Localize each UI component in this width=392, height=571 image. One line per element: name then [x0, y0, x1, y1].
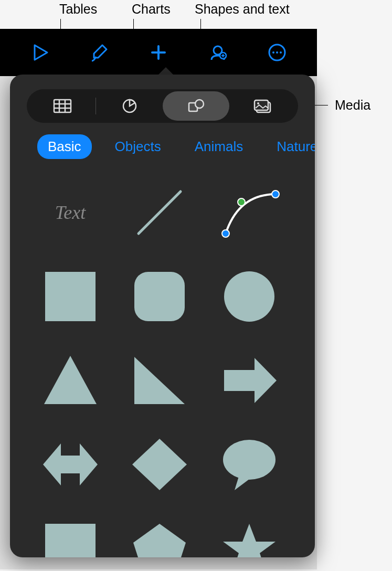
segment-media[interactable] [229, 91, 296, 121]
text-shape-label: Text [55, 202, 86, 224]
shape-speech-bubble[interactable] [215, 433, 283, 496]
insert-button[interactable] [147, 41, 169, 64]
insert-type-segments [27, 89, 298, 123]
shape-double-arrow[interactable] [36, 433, 104, 496]
svg-marker-34 [43, 443, 98, 485]
shape-square[interactable] [36, 265, 104, 328]
shapes-icon [186, 98, 207, 114]
svg-marker-35 [132, 439, 187, 490]
segment-charts[interactable] [96, 91, 163, 121]
category-animals[interactable]: Animals [184, 134, 253, 159]
shape-circle[interactable] [215, 265, 283, 328]
more-button[interactable] [266, 41, 288, 64]
svg-rect-28 [45, 272, 96, 321]
shape-diamond[interactable] [125, 433, 194, 496]
svg-point-30 [224, 271, 274, 322]
svg-point-18 [195, 100, 204, 108]
svg-marker-40 [133, 524, 186, 557]
play-button[interactable] [29, 41, 51, 64]
svg-point-21 [257, 102, 259, 104]
svg-marker-37 [235, 477, 251, 490]
svg-point-10 [280, 51, 282, 54]
svg-line-24 [139, 192, 181, 234]
svg-point-8 [272, 51, 274, 54]
svg-point-9 [276, 51, 278, 54]
svg-rect-29 [134, 272, 185, 321]
collaborate-button[interactable] [207, 41, 229, 64]
callout-shapes-text: Shapes and text [195, 2, 290, 17]
svg-rect-11 [54, 100, 71, 112]
chart-icon [119, 98, 140, 114]
svg-point-25 [222, 230, 229, 237]
shape-arrow-right[interactable] [215, 349, 283, 412]
shape-pentagon[interactable] [125, 517, 194, 557]
shape-text[interactable]: Text [36, 181, 104, 244]
shape-star[interactable] [215, 517, 283, 557]
shapes-grid: Text [10, 168, 315, 557]
callout-tables: Tables [59, 2, 97, 17]
callout-media: Media [335, 98, 370, 113]
media-icon [252, 98, 273, 114]
svg-marker-31 [44, 356, 97, 404]
category-nature[interactable]: Nature [266, 134, 315, 159]
shape-line[interactable] [125, 181, 194, 244]
shape-rounded-square[interactable] [125, 265, 194, 328]
svg-marker-33 [224, 358, 277, 403]
category-objects[interactable]: Objects [104, 134, 172, 159]
shape-triangle[interactable] [36, 349, 104, 412]
callout-charts: Charts [132, 2, 171, 17]
svg-marker-41 [223, 524, 276, 557]
svg-marker-0 [35, 45, 47, 60]
shape-rect-callout[interactable] [36, 517, 104, 557]
svg-point-26 [238, 198, 245, 206]
segment-tables[interactable] [29, 91, 96, 121]
shape-curve[interactable] [215, 181, 283, 244]
insert-popover: Basic Objects Animals Nature Text [10, 75, 315, 557]
shape-right-triangle[interactable] [125, 349, 194, 412]
table-icon [52, 98, 73, 114]
category-basic[interactable]: Basic [37, 134, 92, 159]
svg-rect-38 [45, 524, 96, 557]
svg-marker-32 [134, 357, 185, 404]
format-brush-button[interactable] [88, 41, 110, 64]
shape-category-row: Basic Objects Animals Nature [10, 123, 315, 168]
svg-rect-20 [255, 100, 268, 110]
segment-shapes[interactable] [163, 91, 229, 121]
svg-point-27 [272, 191, 279, 198]
svg-point-36 [223, 440, 276, 480]
